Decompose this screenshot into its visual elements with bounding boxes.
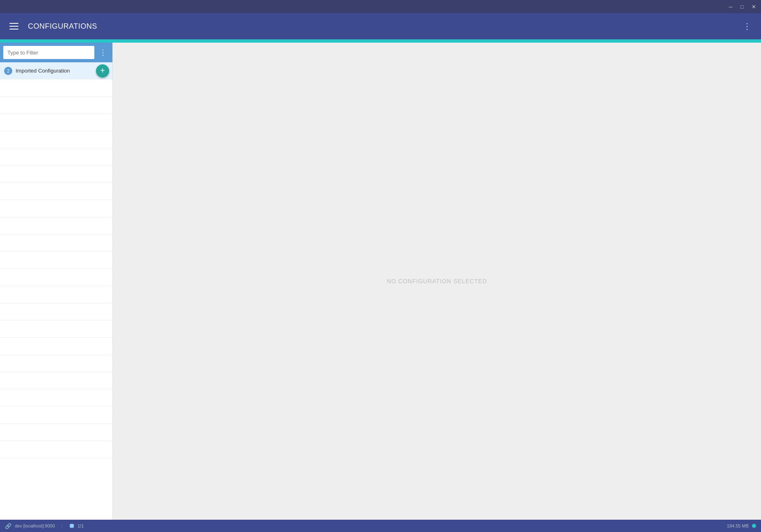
status-indicator — [752, 524, 756, 528]
accent-bar — [0, 39, 761, 43]
filter-input[interactable] — [3, 46, 94, 59]
empty-row — [0, 286, 112, 303]
empty-row — [0, 131, 112, 148]
empty-row — [0, 97, 112, 114]
item-label: Imported Configuration — [16, 68, 108, 74]
close-button[interactable]: ✕ — [750, 2, 758, 11]
empty-row — [0, 183, 112, 200]
empty-row — [0, 441, 112, 458]
empty-row — [0, 234, 112, 252]
hamburger-line-2 — [9, 26, 18, 27]
empty-row — [0, 389, 112, 407]
empty-state-text: NO CONFIGURATION SELECTED — [387, 278, 487, 284]
empty-row — [0, 114, 112, 131]
empty-row — [0, 148, 112, 166]
statusbar: 🔗 dev [localhost]:9000 | 1/1 184.55 MB — [0, 520, 761, 532]
statusbar-memory: 184.55 MB — [727, 523, 749, 528]
empty-row — [0, 424, 112, 441]
app-title: CONFIGURATIONS — [28, 22, 740, 31]
empty-row — [0, 80, 112, 97]
item-badge: 2 — [4, 67, 12, 75]
appbar: CONFIGURATIONS ⋮ — [0, 13, 761, 39]
hamburger-menu-button[interactable] — [7, 19, 21, 34]
add-configuration-button[interactable]: + — [96, 64, 109, 77]
empty-row — [0, 321, 112, 338]
database-icon — [69, 523, 74, 528]
sidebar-list: 2 Imported Configuration + — [0, 62, 112, 520]
empty-row — [0, 355, 112, 372]
empty-row — [0, 303, 112, 321]
empty-row — [0, 372, 112, 389]
empty-row — [0, 200, 112, 217]
statusbar-url: dev [localhost]:9000 — [15, 523, 55, 528]
empty-row — [0, 252, 112, 269]
statusbar-separator: | — [62, 523, 63, 529]
hamburger-line-3 — [9, 29, 18, 30]
empty-row — [0, 338, 112, 355]
list-item[interactable]: 2 Imported Configuration + — [0, 62, 112, 80]
statusbar-left: 🔗 dev [localhost]:9000 | 1/1 — [5, 523, 727, 529]
empty-row — [0, 407, 112, 424]
titlebar: ─ □ ✕ — [0, 0, 761, 13]
empty-row — [0, 269, 112, 286]
sidebar: ⋮ 2 Imported Configuration + — [0, 43, 113, 520]
restore-button[interactable]: □ — [738, 2, 746, 11]
appbar-more-button[interactable]: ⋮ — [740, 19, 754, 34]
sidebar-header: ⋮ — [0, 43, 112, 62]
link-icon: 🔗 — [5, 523, 11, 529]
main-content: NO CONFIGURATION SELECTED — [113, 43, 761, 520]
empty-row — [0, 166, 112, 183]
sidebar-more-button[interactable]: ⋮ — [97, 46, 109, 59]
hamburger-line-1 — [9, 23, 18, 24]
statusbar-db-icon — [69, 523, 74, 528]
minimize-button[interactable]: ─ — [727, 2, 735, 11]
statusbar-db-info: 1/1 — [78, 523, 84, 528]
statusbar-right: 184.55 MB — [727, 523, 756, 528]
titlebar-controls: ─ □ ✕ — [727, 2, 758, 11]
empty-row — [0, 217, 112, 234]
